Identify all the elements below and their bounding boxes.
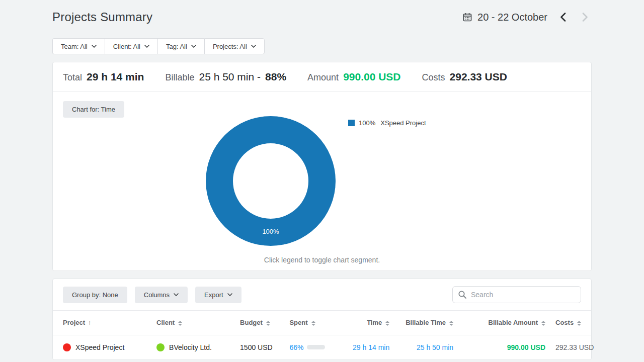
total-stat: Total 29 h 14 min: [63, 71, 144, 83]
column-header-spent[interactable]: Spent: [279, 311, 333, 335]
project-name: XSpeed Project: [75, 343, 124, 351]
donut-slice-label: 100%: [206, 228, 336, 235]
team-filter-dropdown[interactable]: Team: All: [52, 38, 105, 54]
export-dropdown[interactable]: Export: [195, 287, 242, 303]
page-title: Projects Summary: [52, 10, 152, 24]
sort-icon: [266, 321, 270, 326]
table-row[interactable]: XSpeed Project BVelocity Ltd. 1500 USD 6…: [53, 335, 591, 359]
project-color-dot: [63, 343, 71, 351]
projects-summary-page: Projects Summary 20 - 22 October: [52, 0, 592, 360]
sort-icon: [577, 321, 581, 326]
next-period-button chevron-right-icon[interactable]: [579, 11, 592, 24]
billable-percent: 88%: [265, 71, 286, 83]
client-filter-label: Client: All: [113, 43, 140, 50]
billable-stat: Billable 25 h 50 min - 88%: [165, 71, 286, 83]
chart-area: Chart for: Time 100% 100% XSpeed Project…: [53, 92, 591, 270]
billable-time-cell: 25 h 50 min: [389, 335, 453, 359]
sort-icon: [385, 321, 389, 326]
donut-chart[interactable]: 100%: [206, 116, 336, 246]
amount-value: 990.00 USD: [343, 71, 400, 83]
tag-filter-dropdown[interactable]: Tag: All: [157, 38, 204, 54]
costs-stat: Costs 292.33 USD: [422, 71, 507, 83]
column-header-client[interactable]: Client: [146, 311, 230, 335]
client-cell: BVelocity Ltd.: [146, 335, 230, 359]
search-box: [452, 286, 581, 303]
group-by-button[interactable]: Group by: None: [63, 287, 127, 303]
table-header-row: Project↑ Client Budget Spent Time: [53, 311, 591, 335]
search-input[interactable]: [452, 286, 581, 303]
date-navigation: 20 - 22 October: [462, 11, 592, 24]
previous-period-button chevron-left-icon[interactable]: [556, 11, 570, 24]
client-filter-dropdown[interactable]: Client: All: [105, 38, 157, 54]
costs-cell: 292.33 USD: [545, 335, 591, 359]
sort-icon: [541, 321, 545, 326]
amount-stat: Amount 990.00 USD: [307, 71, 400, 83]
projects-table: Project↑ Client Budget Spent Time: [53, 311, 591, 359]
sort-ascending-icon: ↑: [88, 319, 92, 326]
column-label: Costs: [555, 319, 574, 326]
chart-caption: Click legend to toggle chart segment.: [53, 256, 591, 264]
calendar-icon[interactable]: [462, 12, 472, 22]
time-cell: 29 h 14 min: [333, 335, 389, 359]
chart-for-button[interactable]: Chart for: Time: [63, 101, 124, 118]
total-label: Total: [63, 72, 82, 83]
chevron-down-icon: [174, 293, 179, 296]
column-label: Billable Time: [406, 319, 446, 326]
legend-name: XSpeed Project: [380, 119, 426, 127]
column-header-billable-time[interactable]: Billable Time: [389, 311, 453, 335]
spent-progress-bar: [307, 345, 325, 349]
column-label: Time: [367, 319, 382, 326]
costs-label: Costs: [422, 72, 445, 83]
column-header-billable-amount[interactable]: Billable Amount: [453, 311, 545, 335]
client-color-dot: [156, 343, 165, 351]
sort-icon: [178, 321, 182, 326]
column-header-project[interactable]: Project↑: [53, 311, 146, 335]
projects-filter-label: Projects: All: [213, 43, 247, 50]
billable-label: Billable: [165, 72, 194, 83]
project-cell[interactable]: XSpeed Project: [53, 335, 146, 359]
sort-icon: [449, 321, 453, 326]
sort-icon: [311, 321, 315, 326]
chevron-down-icon: [92, 45, 97, 48]
column-header-costs[interactable]: Costs: [545, 311, 591, 335]
column-label: Spent: [289, 319, 307, 326]
chart-legend-item[interactable]: 100% XSpeed Project: [348, 119, 426, 127]
columns-label: Columns: [144, 291, 170, 299]
date-range[interactable]: 20 - 22 October: [477, 12, 547, 23]
billable-value: 25 h 50 min -: [199, 71, 261, 83]
legend-swatch: [348, 120, 355, 126]
table-toolbar: Group by: None Columns Export: [53, 279, 591, 311]
spent-percent: 66%: [289, 343, 303, 351]
billable-amount-cell: 990.00 USD: [453, 335, 545, 359]
chevron-down-icon: [144, 45, 149, 48]
legend-percent: 100%: [359, 119, 375, 127]
chevron-down-icon: [251, 45, 256, 48]
budget-cell: 1500 USD: [230, 335, 279, 359]
client-name: BVelocity Ltd.: [169, 343, 212, 351]
chevron-down-icon: [227, 293, 232, 296]
column-header-budget[interactable]: Budget: [230, 311, 279, 335]
team-filter-label: Team: All: [61, 43, 88, 50]
column-header-time[interactable]: Time: [333, 311, 389, 335]
total-value: 29 h 14 min: [87, 71, 144, 83]
topbar: Projects Summary 20 - 22 October: [52, 7, 592, 27]
column-label: Billable Amount: [489, 319, 538, 326]
columns-dropdown[interactable]: Columns: [135, 287, 188, 303]
projects-table-card: Group by: None Columns Export: [52, 279, 592, 360]
column-label: Project: [63, 319, 85, 326]
export-label: Export: [204, 291, 223, 299]
costs-value: 292.33 USD: [450, 71, 507, 83]
filter-row: Team: All Client: All Tag: All Projects:…: [52, 38, 592, 54]
spent-cell: 66%: [279, 335, 333, 359]
search-icon: [458, 290, 467, 299]
tag-filter-label: Tag: All: [166, 43, 187, 50]
column-label: Client: [156, 319, 175, 326]
chevron-down-icon: [191, 45, 196, 48]
amount-label: Amount: [307, 72, 339, 83]
summary-strip: Total 29 h 14 min Billable 25 h 50 min -…: [53, 62, 591, 92]
column-label: Budget: [240, 319, 263, 326]
summary-chart-card: Total 29 h 14 min Billable 25 h 50 min -…: [52, 62, 592, 271]
projects-filter-dropdown[interactable]: Projects: All: [204, 38, 265, 54]
